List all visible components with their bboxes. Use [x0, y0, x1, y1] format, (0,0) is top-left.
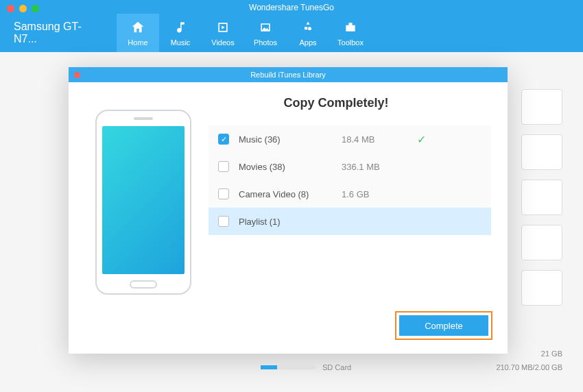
nav-toolbox[interactable]: Toolbox: [329, 14, 372, 52]
maximize-icon[interactable]: [32, 5, 39, 12]
sd-label: SD Card: [322, 363, 496, 371]
background-panels: [521, 89, 562, 315]
complete-button[interactable]: Complete: [399, 315, 488, 336]
item-size: 1.6 GB: [342, 189, 417, 199]
app-title: Wondershare TunesGo: [0, 0, 583, 14]
item-label: Music (36): [239, 134, 342, 145]
panel: [521, 134, 562, 170]
device-name[interactable]: Samsung GT-N7...: [0, 14, 117, 52]
nav-photos[interactable]: Photos: [244, 14, 287, 52]
nav-label: Toolbox: [337, 38, 364, 47]
panel: [521, 225, 562, 260]
checkbox[interactable]: [218, 134, 229, 145]
top-nav: Samsung GT-N7... Home Music Videos Photo…: [0, 14, 583, 52]
nav-label: Apps: [299, 38, 316, 47]
checkbox[interactable]: [218, 188, 229, 199]
rebuild-library-modal: Rebuild iTunes Library Copy Completely! …: [69, 67, 508, 354]
storage-footer: 21 GB SD Card 210.70 MB/2.00 GB: [261, 350, 562, 377]
nav-label: Music: [171, 38, 191, 47]
window-traffic-lights[interactable]: [7, 5, 39, 12]
close-icon[interactable]: [7, 5, 14, 12]
home-icon: [130, 19, 146, 36]
nav-label: Videos: [211, 38, 234, 47]
nav-apps[interactable]: Apps: [287, 14, 329, 52]
modal-heading: Copy Completely!: [181, 96, 491, 110]
checkbox[interactable]: [218, 161, 229, 172]
media-list: Music (36) 18.4 MB ✓ Movies (38) 336.1 M…: [209, 125, 491, 235]
item-label: Movies (38): [239, 162, 342, 172]
minimize-icon[interactable]: [19, 5, 27, 12]
nav-home[interactable]: Home: [117, 14, 159, 52]
item-size: 336.1 MB: [342, 162, 417, 172]
sd-progress-bar: [261, 365, 316, 369]
phone-storage-value: 21 GB: [541, 350, 562, 358]
panel: [521, 180, 562, 215]
music-icon: [172, 19, 189, 36]
list-item[interactable]: Camera Video (8) 1.6 GB: [209, 180, 491, 208]
modal-titlebar: Rebuild iTunes Library: [69, 67, 508, 82]
item-label: Camera Video (8): [239, 189, 342, 199]
item-size: 18.4 MB: [342, 134, 417, 145]
sd-value: 210.70 MB/2.00 GB: [496, 363, 562, 371]
item-label: Playlist (1): [239, 217, 342, 227]
nav-label: Home: [128, 38, 147, 47]
video-icon: [215, 19, 231, 36]
photo-icon: [257, 19, 274, 36]
phone-illustration: [85, 96, 202, 354]
checkbox[interactable]: [218, 216, 229, 227]
nav-label: Photos: [254, 38, 277, 47]
complete-button-highlight: Complete: [395, 311, 492, 340]
toolbox-icon: [342, 19, 359, 36]
list-item[interactable]: Music (36) 18.4 MB ✓: [209, 125, 491, 153]
nav-tabs: Home Music Videos Photos Apps Toolbox: [117, 14, 372, 52]
panel: [521, 270, 562, 306]
modal-title: Rebuild iTunes Library: [69, 71, 508, 79]
apps-icon: [300, 19, 316, 36]
list-item[interactable]: Movies (38) 336.1 MB: [209, 153, 491, 180]
nav-videos[interactable]: Videos: [202, 14, 244, 52]
checkmark-icon: ✓: [417, 133, 426, 146]
list-item[interactable]: Playlist (1): [209, 208, 491, 235]
panel: [521, 89, 562, 125]
nav-music[interactable]: Music: [159, 14, 202, 52]
modal-close-icon[interactable]: [74, 72, 80, 78]
